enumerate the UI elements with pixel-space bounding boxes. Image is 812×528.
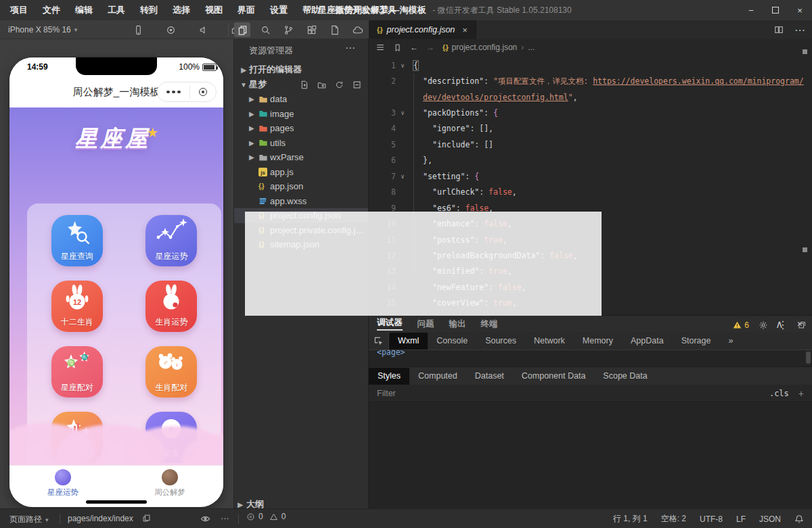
app-icon-star-search[interactable]: 星座查询: [51, 215, 103, 266]
elements-scrollbar[interactable]: [806, 352, 811, 364]
add-class-button[interactable]: +: [798, 388, 804, 399]
menu-item[interactable]: 转到: [133, 0, 165, 20]
menu-item[interactable]: 选择: [165, 0, 198, 20]
git-panel-icon[interactable]: [280, 22, 296, 37]
page-path-selector[interactable]: 页面路径 ▾: [9, 514, 49, 525]
menu-item[interactable]: 文件: [35, 0, 68, 20]
devtools-tab-appdata[interactable]: AppData: [622, 333, 673, 350]
devtools-tab-sources[interactable]: Sources: [476, 333, 525, 350]
menu-item[interactable]: 工具: [100, 0, 133, 20]
more-tabs-icon[interactable]: »: [719, 333, 742, 350]
tree-item-folder[interactable]: ▶data: [234, 92, 368, 107]
page-path-value[interactable]: pages/index/index: [68, 514, 133, 523]
cursor-position[interactable]: 行 1, 列 1: [613, 513, 648, 525]
tree-item-js[interactable]: jsapp.js: [234, 165, 368, 180]
list-icon[interactable]: [376, 43, 385, 52]
devtools-tab-memory[interactable]: Memory: [574, 333, 622, 350]
explorer-panel-icon[interactable]: [234, 22, 250, 37]
breadcrumb[interactable]: {.} project.config.json › ...: [443, 43, 535, 52]
phone-icon[interactable]: [130, 22, 146, 37]
menu-item[interactable]: 界面: [230, 0, 263, 20]
encoding[interactable]: UTF-8: [700, 514, 723, 524]
element-node[interactable]: <page>: [377, 347, 405, 357]
record-icon[interactable]: [162, 22, 179, 37]
more-menu-icon[interactable]: [166, 91, 181, 94]
phone-tab[interactable]: 周公解梦: [116, 466, 223, 500]
notifications-bell-icon[interactable]: [794, 514, 804, 524]
problems-indicator[interactable]: 0 0: [246, 512, 286, 521]
styles-tab[interactable]: Scope Data: [594, 368, 656, 385]
forward-icon[interactable]: →: [426, 43, 434, 52]
copy-path-icon[interactable]: [142, 514, 151, 523]
search-panel-icon[interactable]: [257, 22, 273, 37]
tree-item-folder[interactable]: ▶image: [234, 107, 368, 122]
new-folder-icon[interactable]: [317, 80, 326, 89]
menu-item[interactable]: 项目: [3, 0, 35, 20]
warning-badge[interactable]: 6: [733, 320, 749, 330]
more-actions-icon[interactable]: ⋯: [794, 24, 805, 37]
panel-tab-终端[interactable]: 终端: [481, 318, 498, 330]
device-selector[interactable]: iPhone X 85% 16 ▾: [8, 20, 77, 39]
tree-item-folder[interactable]: ▶wxParse: [234, 150, 368, 165]
warning-count: 0: [281, 512, 286, 521]
undock-icon[interactable]: [798, 320, 807, 329]
app-icon-rabbit[interactable]: 生肖运势: [145, 281, 197, 332]
extensions-panel-icon[interactable]: [303, 22, 319, 37]
language-mode[interactable]: JSON: [759, 514, 781, 524]
menu-item[interactable]: 编辑: [68, 0, 100, 20]
close-button[interactable]: ×: [788, 0, 812, 20]
project-root-section[interactable]: ▼ 星梦: [234, 77, 368, 92]
indent-setting[interactable]: 空格: 2: [661, 513, 686, 525]
devtools-tab-storage[interactable]: Storage: [673, 333, 720, 350]
minimize-button[interactable]: −: [739, 0, 763, 20]
app-icon-constellation[interactable]: 星座运势: [145, 215, 197, 266]
kebab-menu-icon[interactable]: ⋮: [777, 318, 788, 331]
token-p: ,: [573, 93, 578, 102]
styles-tab[interactable]: Styles: [369, 368, 409, 385]
exit-circle-icon[interactable]: [199, 88, 207, 96]
filter-input[interactable]: Filter: [377, 389, 396, 398]
app-icon-animal-pair[interactable]: ♂♀生肖配对: [145, 346, 197, 398]
explorer-more-icon[interactable]: ⋯: [345, 42, 356, 54]
eye-icon[interactable]: [200, 514, 210, 524]
elements-tree[interactable]: <page>: [369, 350, 812, 366]
tree-item-wxss[interactable]: app.wxss: [234, 194, 368, 209]
open-editors-section[interactable]: ▶ 打开的编辑器: [234, 62, 368, 77]
menu-item[interactable]: 视图: [198, 0, 230, 20]
devtools-tab-wxml[interactable]: Wxml: [389, 333, 428, 350]
tree-item-json[interactable]: {.}app.json: [234, 179, 368, 194]
close-tab-icon[interactable]: ×: [462, 25, 468, 35]
fold-chevron-icon[interactable]: ∨: [396, 110, 409, 116]
settings-gear-icon[interactable]: [759, 320, 768, 330]
new-file-icon[interactable]: [300, 80, 309, 89]
maximize-button[interactable]: [763, 0, 788, 20]
more-options-icon[interactable]: ⋯: [221, 514, 229, 523]
split-editor-icon[interactable]: [774, 25, 784, 34]
devtools-tab-network[interactable]: Network: [525, 333, 574, 350]
styles-tab[interactable]: Computed: [409, 368, 466, 385]
phone-tab[interactable]: 星座运势: [9, 466, 116, 500]
app-icon-rabbit-badge[interactable]: 12十二生肖: [51, 281, 103, 332]
fold-chevron-icon[interactable]: ∨: [396, 173, 409, 180]
audio-icon[interactable]: [195, 22, 211, 37]
eol[interactable]: LF: [736, 514, 746, 524]
styles-tab[interactable]: Component Data: [513, 368, 595, 385]
back-icon[interactable]: ←: [410, 43, 418, 52]
tree-item-folder[interactable]: ▶utils: [234, 136, 368, 151]
tree-item-folder[interactable]: ▶pages: [234, 121, 368, 136]
bookmark-icon[interactable]: [393, 43, 402, 52]
refresh-icon[interactable]: [335, 80, 344, 89]
panel-tab-输出[interactable]: 输出: [449, 318, 466, 330]
npm-panel-icon[interactable]: [326, 22, 342, 37]
panel-tab-调试器[interactable]: 调试器: [377, 317, 403, 331]
cloud-panel-icon[interactable]: [349, 22, 365, 37]
app-icon-star-pair[interactable]: ♍♏星座配对: [51, 346, 103, 398]
menu-item[interactable]: 设置: [263, 0, 295, 20]
styles-tab[interactable]: Dataset: [466, 368, 513, 385]
toggle-class-button[interactable]: .cls: [769, 389, 789, 398]
devtools-tab-console[interactable]: Console: [428, 333, 476, 350]
collapse-all-icon[interactable]: [353, 80, 361, 89]
panel-tab-问题[interactable]: 问题: [418, 318, 434, 330]
tab-project-config[interactable]: {.} project.config.json ×: [369, 20, 476, 39]
fold-chevron-icon[interactable]: ∨: [396, 62, 409, 69]
